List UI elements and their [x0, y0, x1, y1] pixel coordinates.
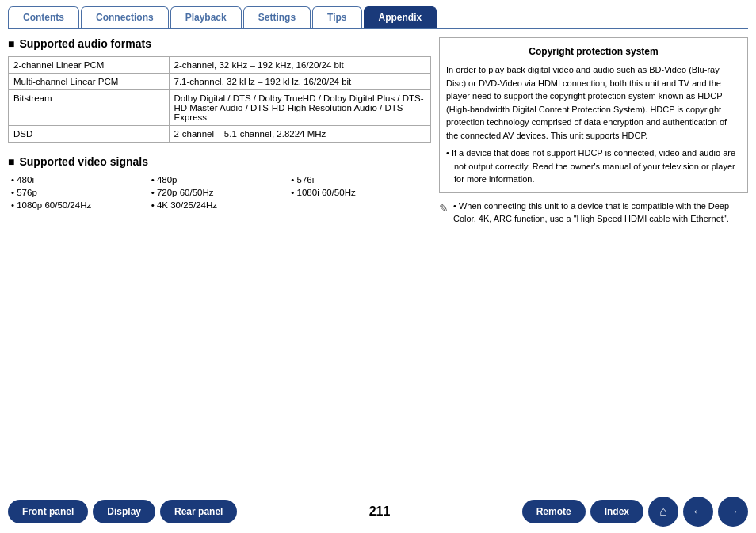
- pencil-icon: ✎: [439, 200, 449, 217]
- tab-playback[interactable]: Playback: [170, 6, 242, 28]
- audio-format-0: 2-channel Linear PCM: [9, 57, 170, 74]
- table-row: Bitstream Dolby Digital / DTS / Dolby Tr…: [9, 90, 431, 126]
- audio-format-3: DSD: [9, 126, 170, 143]
- note-text: • When connecting this unit to a device …: [453, 200, 748, 226]
- tab-contents[interactable]: Contents: [8, 6, 79, 28]
- copyright-title: Copyright protection system: [446, 44, 741, 59]
- audio-desc-0: 2-channel, 32 kHz – 192 kHz, 16/20/24 bi…: [169, 57, 430, 74]
- tab-tips[interactable]: Tips: [312, 6, 361, 28]
- audio-format-2: Bitstream: [9, 90, 170, 126]
- home-button[interactable]: ⌂: [648, 497, 678, 527]
- video-grid: • 480i • 480p • 576i • 576p • 720p 60/50…: [8, 174, 431, 211]
- copyright-bullet: • If a device that does not support HDCP…: [446, 147, 741, 186]
- right-column: Copyright protection system In order to …: [439, 37, 748, 445]
- video-item-6: • 1080p 60/50/24Hz: [11, 200, 151, 211]
- tab-settings[interactable]: Settings: [243, 6, 311, 28]
- display-button[interactable]: Display: [93, 500, 155, 523]
- copyright-box: Copyright protection system In order to …: [439, 37, 748, 193]
- video-item-5: • 1080i 60/50Hz: [291, 187, 431, 198]
- video-item-2: • 576i: [291, 174, 431, 185]
- top-navigation: Contents Connections Playback Settings T…: [0, 0, 756, 28]
- audio-format-1: Multi-channel Linear PCM: [9, 74, 170, 90]
- audio-table: 2-channel Linear PCM 2-channel, 32 kHz –…: [8, 56, 431, 143]
- tab-appendix[interactable]: Appendix: [364, 6, 437, 28]
- video-item-1: • 480p: [151, 174, 292, 185]
- video-item-7: • 4K 30/25/24Hz: [151, 200, 292, 211]
- video-item-4: • 720p 60/50Hz: [151, 187, 292, 198]
- audio-section-title: Supported audio formats: [8, 37, 431, 50]
- back-button[interactable]: ←: [683, 497, 713, 527]
- audio-desc-2: Dolby Digital / DTS / Dolby TrueHD / Dol…: [169, 90, 430, 126]
- video-section-title: Supported video signals: [8, 155, 431, 168]
- audio-desc-1: 7.1-channel, 32 kHz – 192 kHz, 16/20/24 …: [169, 74, 430, 90]
- video-item-0: • 480i: [11, 174, 151, 185]
- video-item-3: • 576p: [11, 187, 151, 198]
- left-column: Supported audio formats 2-channel Linear…: [8, 37, 431, 445]
- remote-button[interactable]: Remote: [522, 500, 586, 523]
- table-row: DSD 2-channel – 5.1-channel, 2.8224 MHz: [9, 126, 431, 143]
- audio-desc-3: 2-channel – 5.1-channel, 2.8224 MHz: [169, 126, 430, 143]
- video-section: Supported video signals • 480i • 480p • …: [8, 155, 431, 211]
- rear-panel-button[interactable]: Rear panel: [160, 500, 237, 523]
- front-panel-button[interactable]: Front panel: [8, 500, 88, 523]
- copyright-body: In order to play back digital video and …: [446, 63, 741, 142]
- note-section: ✎ • When connecting this unit to a devic…: [439, 200, 748, 226]
- page-number: 211: [248, 504, 510, 519]
- table-row: Multi-channel Linear PCM 7.1-channel, 32…: [9, 74, 431, 90]
- tab-connections[interactable]: Connections: [81, 6, 169, 28]
- forward-button[interactable]: →: [718, 497, 748, 527]
- main-content: Supported audio formats 2-channel Linear…: [0, 29, 756, 445]
- index-button[interactable]: Index: [590, 500, 643, 523]
- bottom-navigation: Front panel Display Rear panel 211 Remot…: [0, 489, 756, 533]
- table-row: 2-channel Linear PCM 2-channel, 32 kHz –…: [9, 57, 431, 74]
